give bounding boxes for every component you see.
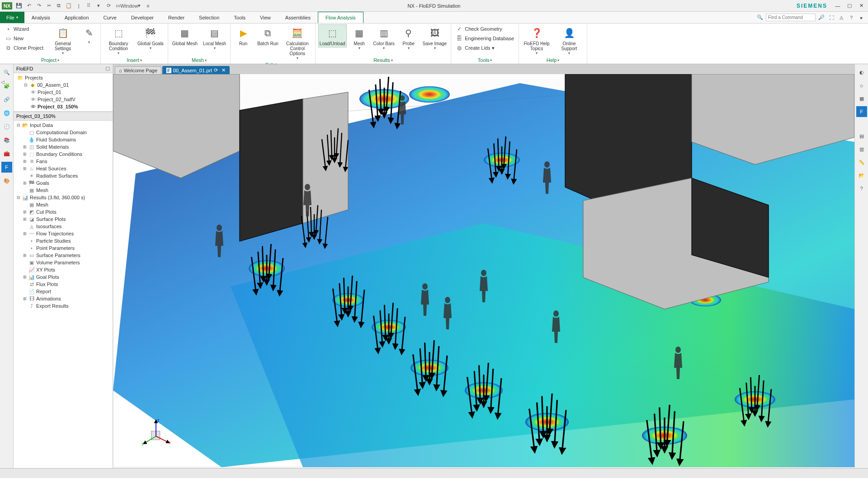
- menu-file[interactable]: File ▾: [0, 12, 24, 23]
- batch-run-button[interactable]: ⧉Batch Run: [256, 24, 280, 47]
- tab-pin-icon[interactable]: ⟳: [214, 67, 218, 73]
- result-item[interactable]: ◬Isosurfaces: [22, 223, 112, 230]
- menu-render[interactable]: Render: [161, 12, 192, 23]
- save-image-button[interactable]: 🖼Save Image▾: [421, 24, 448, 52]
- clone-project-button[interactable]: ⧉Clone Project: [3, 43, 45, 52]
- project-node-2[interactable]: 👁Project_02_halfV: [29, 96, 111, 103]
- result-item[interactable]: •Point Parameters: [22, 244, 112, 252]
- search-go-icon[interactable]: 🔎: [817, 14, 826, 22]
- global-goals-button[interactable]: 🏁 Global Goals▾: [136, 24, 165, 52]
- legend-icon[interactable]: ▤: [856, 131, 867, 141]
- result-item[interactable]: ⇄Flux Plots: [22, 281, 112, 288]
- general-settings-button[interactable]: 📋 General Settings▾: [48, 24, 78, 56]
- project-overflow[interactable]: ✎▾: [80, 24, 98, 46]
- result-item[interactable]: 📈XY Plots: [22, 266, 112, 273]
- eng-database-button[interactable]: 🗄Engineering Database: [454, 34, 516, 43]
- result-item[interactable]: ⊞◪Surface Plots: [22, 216, 112, 223]
- menu-curve[interactable]: Curve: [96, 12, 124, 23]
- result-item[interactable]: ▣Volume Parameters: [22, 259, 112, 266]
- status-dot-icon[interactable]: ●: [857, 14, 865, 22]
- help-topics-button[interactable]: ❓FloEFD Help Topics▾: [522, 24, 552, 56]
- projects-root[interactable]: 📁Projects: [16, 74, 111, 81]
- local-mesh-button[interactable]: ▤Local Mesh▾: [202, 24, 227, 52]
- window-dropdown[interactable]: ▭ Window ▾: [114, 1, 142, 10]
- result-item[interactable]: ⊞◩Cut Plots: [22, 208, 112, 216]
- input-item[interactable]: ⊞♨Heat Sources: [22, 165, 112, 172]
- redo-icon[interactable]: ↷: [34, 1, 43, 10]
- view-triad[interactable]: x y z: [140, 418, 172, 450]
- input-item[interactable]: ⊞✲Fans: [22, 158, 112, 165]
- result-item[interactable]: ⊞📊Goal Plots: [22, 273, 112, 281]
- minimize-icon[interactable]: —: [833, 1, 843, 11]
- result-item[interactable]: ⊞🎞Animations: [22, 295, 112, 302]
- pin-icon[interactable]: ▢: [105, 66, 110, 71]
- repeat-icon[interactable]: ⟳: [104, 1, 113, 10]
- global-mesh-button[interactable]: ▦Global Mesh: [171, 24, 199, 47]
- display-mode-icon[interactable]: ◐: [856, 67, 867, 78]
- fullscreen-icon[interactable]: ⛶: [827, 14, 835, 22]
- check-geometry-button[interactable]: ✓Check Geometry: [454, 24, 516, 33]
- cut-icon[interactable]: ✂: [44, 1, 53, 10]
- help-dropdown-icon[interactable]: ◬: [837, 14, 845, 22]
- menu-tools[interactable]: Tools: [226, 12, 253, 23]
- assembly-node[interactable]: ⊟◆00_Assem_01: [23, 81, 111, 89]
- resource-bar-toggle-icon[interactable]: ◁: [1, 80, 5, 84]
- reuse-icon[interactable]: 📚: [1, 135, 12, 145]
- result-item[interactable]: ⤴Export Results: [22, 302, 112, 310]
- tab-welcome[interactable]: ⌂Welcome Page: [115, 66, 161, 74]
- input-item[interactable]: ⊞🏁Goals: [22, 179, 112, 187]
- more-icon[interactable]: ▾: [94, 1, 103, 10]
- input-item[interactable]: ▢Computational Domain: [22, 129, 112, 136]
- paste-icon[interactable]: 📋: [64, 1, 73, 10]
- online-support-button[interactable]: 👤Online Support▾: [554, 24, 584, 56]
- results-node[interactable]: ⊟📊Results (3.fld, 360.000 s): [15, 194, 112, 201]
- tab-close-icon[interactable]: ✕: [222, 67, 226, 73]
- tab-active-doc[interactable]: F00_Assem_01.prt⟳✕: [162, 66, 230, 74]
- ruler-icon[interactable]: 📏: [856, 157, 867, 168]
- floefd-panel-icon[interactable]: F: [1, 162, 12, 173]
- project-node-3[interactable]: 👁Project_03_150%: [29, 103, 111, 110]
- results-mesh-button[interactable]: ▦Mesh▾: [349, 24, 369, 52]
- help-icon[interactable]: ?: [847, 14, 855, 22]
- input-item[interactable]: 💧Fluid Subdomains: [22, 136, 112, 143]
- result-item[interactable]: ⊞〰Flow Trajectories: [22, 230, 112, 237]
- save-icon[interactable]: 💾: [14, 1, 24, 10]
- load-unload-button[interactable]: ⬚Load/Unload: [318, 24, 347, 47]
- context-help-icon[interactable]: ?: [856, 183, 867, 194]
- undo-icon[interactable]: ↶: [24, 1, 33, 10]
- open-folder-icon[interactable]: 📂: [856, 170, 867, 181]
- 3d-viewport[interactable]: x y z: [113, 74, 854, 468]
- history-icon[interactable]: 🕘: [1, 121, 12, 132]
- menu-application[interactable]: Application: [57, 12, 96, 23]
- result-item[interactable]: ⊞▭Surface Parameters: [22, 252, 112, 259]
- probe-button[interactable]: ⚲Probe▾: [399, 24, 419, 52]
- finder-icon[interactable]: 🔍: [1, 67, 12, 78]
- menu-analysis[interactable]: Analysis: [24, 12, 57, 23]
- input-item[interactable]: ▦Mesh: [22, 187, 112, 194]
- menu-flow-analysis[interactable]: Flow Analysis: [318, 12, 363, 23]
- project-node-1[interactable]: 👁Project_01: [29, 89, 111, 96]
- input-item[interactable]: ☀Radiative Surfaces: [22, 172, 112, 179]
- colorbar-icon[interactable]: ▥: [856, 144, 867, 155]
- lighting-icon[interactable]: ☼: [856, 80, 867, 91]
- close-icon[interactable]: ✕: [856, 1, 866, 11]
- menu-selection[interactable]: Selection: [192, 12, 226, 23]
- palette-icon[interactable]: 🎨: [1, 175, 12, 186]
- result-item[interactable]: ▦Mesh: [22, 201, 112, 208]
- menu-assemblies[interactable]: Assemblies: [278, 12, 318, 23]
- result-item[interactable]: •Particle Studies: [22, 237, 112, 244]
- copy-icon[interactable]: ⧉: [54, 1, 63, 10]
- command-search-input[interactable]: [766, 14, 816, 21]
- qat-overflow-icon[interactable]: ≡: [143, 1, 152, 10]
- menu-developer[interactable]: Developer: [124, 12, 161, 23]
- calc-options-button[interactable]: 🧮Calculation Control Options▾: [283, 24, 312, 61]
- new-button[interactable]: ▭New: [3, 34, 45, 43]
- input-item[interactable]: ⊞◫Solid Materials: [22, 143, 112, 150]
- boundary-condition-button[interactable]: ⬚ Boundary Condition▾: [104, 24, 133, 56]
- color-bars-button[interactable]: ▥Color Bars▾: [372, 24, 396, 52]
- result-item[interactable]: 📄Report: [22, 288, 112, 295]
- constraint-icon[interactable]: 🔗: [1, 94, 12, 105]
- touch-mode-icon[interactable]: ⠿: [84, 1, 93, 10]
- menu-view[interactable]: View: [253, 12, 278, 23]
- roles-icon[interactable]: 🧰: [1, 148, 12, 159]
